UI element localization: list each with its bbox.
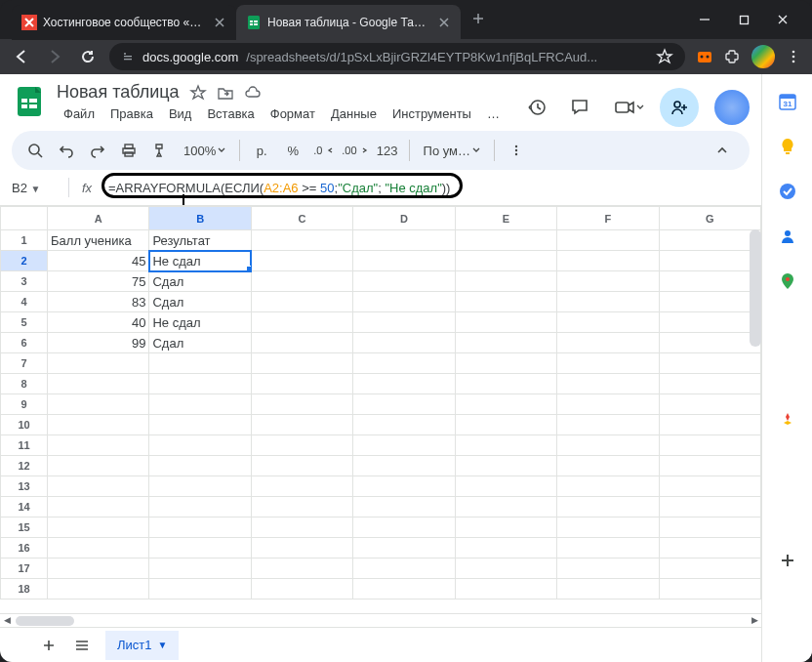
cell-C7[interactable] [251,353,352,374]
spreadsheet-grid[interactable]: ABCDEFG1Балл ученикаРезультат245Не сдал3… [0,206,761,600]
cell-C1[interactable] [251,230,352,251]
cell-D1[interactable] [353,230,455,251]
cell-E3[interactable] [455,271,556,292]
reload-button[interactable] [76,45,100,68]
profile-avatar[interactable] [751,45,775,68]
cell-G18[interactable] [659,579,760,600]
cell-C2[interactable] [251,251,352,271]
cell-C13[interactable] [251,476,352,497]
cell-D13[interactable] [353,476,455,497]
zoom-selector[interactable]: 100% [178,137,231,164]
cell-A3[interactable]: 75 [48,271,149,292]
cell-G8[interactable] [659,374,760,394]
number-format-button[interactable]: 123 [374,137,401,164]
cell-D5[interactable] [353,312,455,333]
cell-A4[interactable]: 83 [48,292,149,312]
row-header-14[interactable]: 14 [1,497,48,517]
cell-D11[interactable] [353,435,455,456]
move-folder-icon[interactable] [217,84,234,102]
grid-area[interactable]: ABCDEFG1Балл ученикаРезультат245Не сдал3… [0,205,761,613]
cell-G9[interactable] [659,394,760,415]
cell-B17[interactable] [149,559,251,579]
cell-F12[interactable] [557,456,659,476]
cell-G1[interactable] [659,230,760,251]
cell-D14[interactable] [353,497,455,517]
col-header-C[interactable]: C [251,207,352,230]
cell-E6[interactable] [455,333,556,353]
cell-G10[interactable] [659,415,760,435]
search-menus-button[interactable] [21,137,49,164]
browser-menu-icon[interactable] [785,48,802,65]
meet-button[interactable] [605,90,652,125]
cell-F18[interactable] [557,579,659,600]
cell-G14[interactable] [659,497,760,517]
cell-E10[interactable] [455,415,556,435]
cell-D6[interactable] [353,333,455,353]
cell-C16[interactable] [251,538,352,559]
cell-C6[interactable] [251,333,352,353]
cell-E8[interactable] [455,374,556,394]
extensions-puzzle-icon[interactable] [724,48,742,65]
cell-B7[interactable] [149,353,251,374]
select-all-corner[interactable] [1,207,48,230]
cell-F16[interactable] [557,538,659,559]
cell-E9[interactable] [455,394,556,415]
cell-C17[interactable] [251,559,352,579]
row-header-8[interactable]: 8 [1,374,48,394]
cell-F4[interactable] [557,292,659,312]
cell-A10[interactable] [48,415,149,435]
scroll-thumb[interactable] [16,616,74,626]
cell-F7[interactable] [557,353,659,374]
cell-A7[interactable] [48,353,149,374]
cell-D18[interactable] [353,579,455,600]
percent-button[interactable]: % [279,137,306,164]
row-header-2[interactable]: 2 [1,251,48,271]
cell-C5[interactable] [251,312,352,333]
menu-more[interactable]: … [480,104,507,123]
all-sheets-button[interactable] [72,636,92,655]
cell-G12[interactable] [659,456,760,476]
chevron-down-icon[interactable]: ▼ [157,640,167,650]
cell-A14[interactable] [48,497,149,517]
cell-E17[interactable] [455,559,556,579]
cell-C10[interactable] [251,415,352,435]
url-field[interactable]: docs.google.com/spreadsheets/d/1pSxLxBji… [109,43,685,70]
cell-F3[interactable] [557,271,659,292]
cell-E14[interactable] [455,497,556,517]
cell-F9[interactable] [557,394,659,415]
maps-icon[interactable] [778,271,797,291]
cell-B14[interactable] [149,497,251,517]
cell-G15[interactable] [659,517,760,538]
col-header-G[interactable]: G [659,207,760,230]
menu-insert[interactable]: Вставка [200,104,261,123]
cell-B5[interactable]: Не сдал [149,312,251,333]
back-button[interactable] [10,45,33,68]
cell-B16[interactable] [149,538,251,559]
cell-C18[interactable] [251,579,352,600]
cell-A18[interactable] [48,579,149,600]
cell-A1[interactable]: Балл ученика [48,230,149,251]
add-sheet-button[interactable] [39,636,59,655]
menu-file[interactable]: Файл [57,104,102,123]
cell-E5[interactable] [455,312,556,333]
scroll-right-icon[interactable]: ▶ [748,614,761,626]
undo-button[interactable] [53,137,80,164]
cell-C4[interactable] [251,292,352,312]
scroll-left-icon[interactable]: ◀ [0,614,14,626]
cell-B6[interactable]: Сдал [149,333,251,353]
row-header-17[interactable]: 17 [1,559,48,579]
cell-F14[interactable] [557,497,659,517]
horizontal-scrollbar[interactable]: ◀ ▶ [0,613,761,627]
cell-D12[interactable] [353,456,455,476]
cell-E4[interactable] [455,292,556,312]
doc-title[interactable]: Новая таблица [57,82,180,103]
name-box[interactable]: B2 ▼ [12,181,61,195]
cell-G13[interactable] [659,476,760,497]
more-tools-button[interactable] [503,137,530,164]
tasks-icon[interactable] [778,182,797,201]
cell-A11[interactable] [48,435,149,456]
cell-D4[interactable] [353,292,455,312]
menu-view[interactable]: Вид [162,104,199,123]
row-header-13[interactable]: 13 [1,476,48,497]
paint-format-button[interactable] [146,137,174,164]
